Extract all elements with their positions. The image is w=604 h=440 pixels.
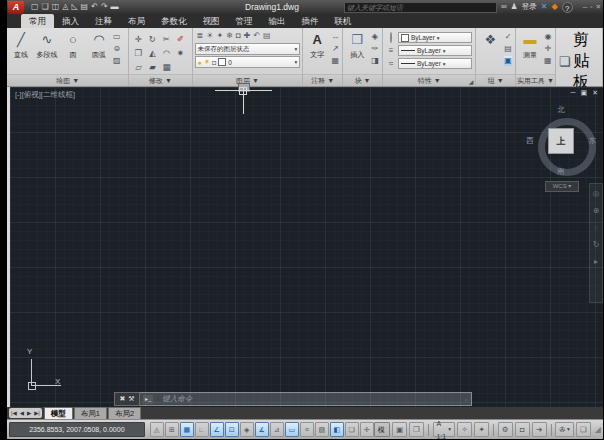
orbit-icon[interactable]: ↻ (593, 241, 600, 249)
paste-button[interactable]: ❏ (558, 52, 571, 72)
minimize-button[interactable]: ─ (583, 1, 588, 13)
clean-screen-button[interactable]: ❏ (576, 422, 591, 437)
tab-home[interactable]: 常用 (21, 14, 54, 28)
chevron-down-icon[interactable]: ▾ (156, 396, 159, 402)
otrack-toggle[interactable]: ∡ (255, 422, 269, 437)
model-space-button[interactable]: 模型 (374, 422, 390, 437)
text-button[interactable]: A 文字 (305, 30, 329, 74)
polyline-button[interactable]: ∿ 多段线 (35, 30, 59, 74)
block-panel-footer[interactable]: 块 ▼ (343, 74, 382, 86)
id-point-icon[interactable]: ◉ (544, 32, 552, 42)
circle-button[interactable]: ○ 圆 (61, 30, 85, 74)
workspace-dropdown-icon[interactable]: ▬ (111, 0, 119, 14)
table-icon[interactable]: ▦ (331, 56, 339, 66)
rotate-icon[interactable]: ↻ (145, 32, 159, 46)
close-button[interactable]: ✕ (596, 1, 601, 13)
tab-plugins[interactable]: 插件 (294, 14, 327, 28)
polar-toggle[interactable]: ∠ (210, 422, 224, 437)
exchange-icon[interactable]: ✕ (541, 1, 548, 13)
osnap-toggle[interactable]: ⊡ (225, 422, 239, 437)
plot-icon[interactable]: ◺ (71, 0, 77, 14)
insert-block-button[interactable]: ❒ 插入 (345, 30, 369, 74)
ellipse-icon[interactable]: ⊜ (113, 44, 121, 54)
tab-layout2[interactable]: 布局2 (108, 407, 141, 419)
utilities-panel-footer[interactable]: 实用工具 ▼ (516, 74, 555, 86)
steering-wheel-icon[interactable]: ◎ (593, 190, 600, 198)
command-history-icon[interactable]: ▴ (464, 395, 468, 403)
layer-properties-icon[interactable]: ≣ (197, 31, 204, 41)
lineweight-toggle[interactable]: ≡ (300, 422, 314, 437)
scale-icon[interactable]: ▰ (145, 60, 159, 74)
tab-insert[interactable]: 插入 (54, 14, 87, 28)
command-input[interactable]: ▸_ ▾ 键入命令 ▴ (140, 392, 472, 406)
arc-button[interactable]: ◠ 圆弧 (87, 30, 111, 74)
viewcube-east[interactable]: 东 (589, 136, 597, 146)
array-icon[interactable]: ▦ (159, 60, 173, 74)
layer-state-dropdown[interactable]: 未保存的图层状态 ▾ (195, 43, 301, 55)
annotation-monitor-toggle[interactable]: ✛ (360, 422, 374, 437)
signin-user-icon[interactable]: ♟ (511, 1, 518, 13)
tab-online[interactable]: 联机 (327, 14, 360, 28)
copy-icon[interactable]: ❐ (131, 46, 145, 60)
measure-button[interactable]: ▬ 测量 (518, 30, 542, 74)
viewport-controls[interactable]: [-][俯视][二维线框] (15, 90, 75, 100)
viewcube-top-face[interactable]: 上 (548, 128, 574, 154)
layer-prev-icon[interactable]: ↶ (253, 31, 260, 41)
move-icon[interactable]: ✛ (131, 32, 145, 46)
command-close-icon[interactable]: ✖ (119, 395, 125, 403)
resize-grip[interactable]: ◢ (595, 425, 601, 434)
osnap3d-toggle[interactable]: ◈ (240, 422, 254, 437)
object-color-row[interactable]: ByLayer ▾ (386, 31, 472, 44)
dwg-minimize-button[interactable]: ─ (571, 89, 576, 97)
undo-icon[interactable]: ↶ (91, 0, 98, 14)
quickview-drawings-button[interactable]: ❒ (409, 422, 424, 437)
tab-layout[interactable]: 布局 (120, 14, 153, 28)
layer-freeze-icon[interactable]: ❄ (226, 31, 233, 41)
dynamic-input-toggle[interactable]: ▭ (285, 422, 299, 437)
isolate-objects-button[interactable]: ✇ ▾ (555, 422, 574, 437)
command-customize-icon[interactable]: ⚒ (128, 395, 134, 403)
properties-panel-footer[interactable]: 特性 ▼ ◢ (383, 74, 475, 86)
group-edit-icon[interactable]: ▤ (504, 44, 512, 54)
layer-state-icon[interactable]: ▤ (263, 31, 271, 41)
annotation-panel-footer[interactable]: 注释 ▼ (303, 74, 342, 86)
tab-annotate[interactable]: 注释 (87, 14, 120, 28)
layer-dropdown[interactable]: ● ☀ ◘ 0 ▾ (195, 56, 301, 68)
layer-off-icon[interactable]: ☀ (206, 31, 213, 41)
create-block-icon[interactable]: ◈ (371, 32, 379, 42)
stretch-icon[interactable]: ▱ (131, 60, 145, 74)
tab-output[interactable]: 输出 (261, 14, 294, 28)
tab-view[interactable]: 视图 (195, 14, 228, 28)
explode-icon[interactable]: ✷ (173, 46, 187, 60)
snap-toggle[interactable]: ⊞ (165, 422, 179, 437)
calculator-icon[interactable]: ▦ (544, 56, 552, 66)
redo-icon[interactable]: ↷ (101, 0, 108, 14)
wcs-dropdown[interactable]: WCS ▾ (545, 181, 579, 192)
tab-manage[interactable]: 管理 (228, 14, 261, 28)
restore-button[interactable]: ▫ (590, 1, 592, 13)
layer-lock-icon[interactable]: ◘ (236, 31, 241, 41)
fillet-icon[interactable]: ◠ (159, 46, 173, 60)
viewcube-south[interactable]: 南 (527, 167, 595, 177)
last-layout-button[interactable]: ▶| (34, 410, 40, 416)
quick-properties-toggle[interactable]: ◧ (330, 422, 344, 437)
modify-panel-footer[interactable]: 修改 ▼ (129, 74, 191, 86)
draw-panel-footer[interactable]: 绘图 ▼ (7, 74, 128, 86)
linetype-row[interactable]: ≈ ByLayer ▾ (386, 57, 472, 70)
viewcube-north[interactable]: 北 (527, 105, 595, 115)
infer-constraints-toggle[interactable]: ◬ (150, 422, 164, 437)
viewcube[interactable]: 北 南 西 东 上 (527, 103, 595, 179)
application-menu-button[interactable]: A (8, 1, 24, 14)
first-layout-button[interactable]: |◀ (11, 410, 17, 416)
open-icon[interactable]: ❏ (42, 0, 49, 14)
edit-attributes-icon[interactable]: ✑ (371, 44, 379, 54)
workspace-switch-button[interactable]: ⚙ (498, 422, 513, 437)
rectangle-icon[interactable]: ▭ (113, 32, 121, 42)
dwg-restore-button[interactable]: ▣ (581, 89, 588, 97)
viewcube-west[interactable]: 西 (526, 136, 534, 146)
block-editor-icon[interactable]: ◨ (371, 56, 379, 66)
subscription-icon[interactable]: ◆ (551, 1, 557, 13)
ungroup-icon[interactable]: ✓ (504, 32, 512, 42)
lineweight-row[interactable]: ≡ ByLayer ▾ (386, 44, 472, 57)
annotation-visibility-button[interactable]: ✧ (457, 422, 472, 437)
